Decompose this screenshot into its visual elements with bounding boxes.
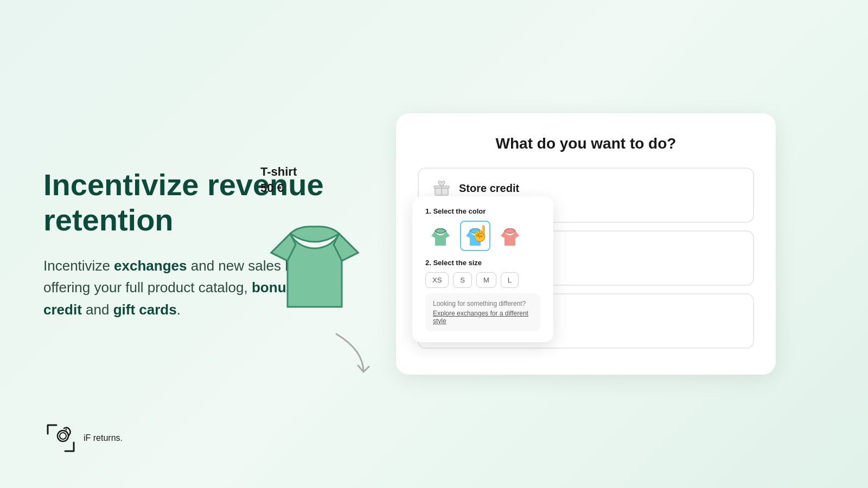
store-credit-header: Store credit	[432, 178, 740, 198]
size-xs[interactable]: XS	[425, 272, 449, 288]
size-s[interactable]: S	[453, 272, 472, 288]
logo-text: iF returns.	[84, 433, 123, 443]
logo-icon	[43, 421, 78, 455]
sub-text-and2: and	[82, 301, 113, 318]
size-options: XS S M L	[425, 272, 540, 288]
size-m[interactable]: M	[476, 272, 496, 288]
store-credit-label: Store credit	[459, 182, 519, 195]
sub-text-period: .	[177, 301, 181, 318]
card-title: What do you want to do?	[418, 135, 754, 152]
right-panel: T-shirt 50 € W	[347, 113, 825, 375]
sub-bold-gift: gift cards	[113, 301, 177, 318]
tshirt-image	[260, 204, 369, 323]
svg-point-7	[60, 433, 66, 439]
product-area: T-shirt 50 €	[260, 165, 369, 323]
svg-point-8	[66, 429, 67, 431]
product-price: 50 €	[260, 181, 369, 195]
color-picker-card: 1. Select the color	[412, 196, 553, 342]
looking-text: Looking for something different?	[433, 300, 533, 307]
logo: iF returns.	[43, 421, 123, 455]
cursor-hand-icon: ☝️	[471, 224, 490, 242]
sub-bold-exchanges: exchanges	[114, 258, 187, 274]
step2-label: 2. Select the size	[425, 259, 540, 267]
color-option-pink[interactable]	[495, 221, 525, 251]
arrow-icon	[320, 329, 385, 383]
gift-icon	[432, 178, 451, 198]
step1-label: 1. Select the color	[425, 207, 540, 215]
size-l[interactable]: L	[501, 272, 519, 288]
product-name: T-shirt	[260, 165, 369, 179]
looking-link[interactable]: Explore exchanges for a different style	[433, 310, 533, 325]
color-option-green[interactable]	[425, 221, 456, 251]
looking-box: Looking for something different? Explore…	[425, 293, 540, 331]
sub-text-intro: Incentivize	[43, 258, 114, 274]
